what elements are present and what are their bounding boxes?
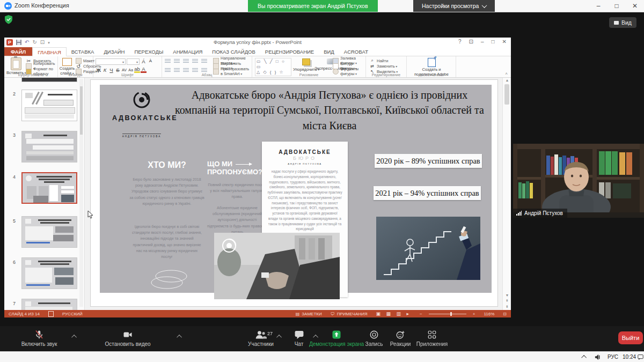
slide-thumbnail[interactable] (21, 299, 77, 310)
taskbar-clock[interactable]: 10:24 (623, 352, 636, 362)
fit-to-window-icon[interactable]: ⊡ (499, 310, 511, 317)
comments-toggle[interactable]: 🗩ПРИМЕЧАНИЯ (326, 310, 372, 317)
tab-insert[interactable]: ВСТАВКА (67, 47, 99, 56)
bullets-icon[interactable] (165, 59, 171, 63)
tab-review[interactable]: РЕЦЕНЗИРОВАНИЕ (260, 47, 319, 56)
taskbar-language[interactable]: РУС (608, 352, 618, 362)
maximize-button[interactable]: □ (608, 0, 626, 12)
stop-video-button[interactable]: Остановить видео (96, 330, 160, 347)
zoom-out-button[interactable]: − (415, 310, 427, 317)
thumbnail-number: 2 (13, 91, 16, 97)
viewing-screen-banner-text: Вы просматриваете экран Андрій Пєтухов (258, 3, 368, 9)
security-shield-icon[interactable] (5, 15, 12, 24)
card-logo-buro: БЮРО (262, 156, 348, 161)
ppt-minimize-button[interactable]: – (481, 39, 484, 45)
next-slide-icon[interactable]: ⇟ (503, 305, 511, 309)
font-size-select[interactable]: ▾ (127, 58, 140, 65)
zoom-slider-knob[interactable] (450, 312, 452, 316)
video-options-chevron[interactable] (177, 335, 182, 340)
ribbon-display-button[interactable]: ⊡ (469, 39, 473, 45)
help-button[interactable]: ? (458, 39, 462, 45)
slide-scrollbar[interactable]: ▲ ▼ ⇞ ⇟ (502, 78, 511, 310)
reactions-button[interactable]: Реакции (386, 330, 414, 347)
align-center-icon[interactable] (174, 68, 180, 72)
slide-thumbnail[interactable] (21, 131, 77, 162)
ppt-restore-button[interactable]: □ (492, 39, 495, 45)
strikethrough-button[interactable]: S (115, 67, 121, 73)
record-button[interactable]: Запись (361, 330, 387, 347)
align-left-icon[interactable] (165, 68, 171, 72)
char-spacing-button[interactable]: AV (121, 68, 127, 72)
line-spacing-icon[interactable] (201, 59, 207, 63)
find-icon: ⌕ (369, 58, 375, 63)
slide-title: Адвокатське бюро «Андрія Пєтухова» є одн… (171, 87, 488, 133)
participant-video-tile[interactable]: Андрій Пєтухов (513, 144, 644, 218)
italic-button[interactable]: К (102, 67, 108, 73)
zoom-toolbar: Включить звук Остановить видео Участники… (0, 326, 644, 351)
decrease-indent-icon[interactable] (183, 59, 189, 63)
ribbon: Вставить ✂Вырезать Копировать Формат по … (4, 56, 511, 78)
volume-icon[interactable] (595, 352, 601, 362)
font-name-select[interactable]: ▾ (96, 58, 126, 65)
tab-transitions[interactable]: ПЕРЕХОДЫ (129, 47, 168, 56)
tab-file[interactable]: ФАЙЛ (4, 47, 32, 56)
columns-icon[interactable] (201, 68, 207, 72)
unmute-button[interactable]: Включить звук (10, 330, 69, 347)
leave-button[interactable]: Выйти (618, 331, 643, 344)
tab-animations[interactable]: АНИМАЦИЯ (168, 47, 207, 56)
numbering-icon[interactable] (174, 59, 180, 63)
shrink-font-icon[interactable]: А̀ (148, 58, 153, 65)
underline-button[interactable]: Ч (108, 67, 114, 73)
slide-thumbnail[interactable] (21, 90, 77, 121)
participants-icon (255, 330, 267, 339)
handshake-photo (214, 233, 340, 299)
mouse-cursor (87, 210, 93, 219)
spellcheck-icon[interactable] (44, 310, 58, 317)
change-case-button[interactable]: Aa (128, 68, 134, 72)
slide-thumbnail-selected[interactable] (21, 172, 77, 204)
justify-icon[interactable] (192, 68, 198, 72)
slide-thumbnail[interactable] (21, 216, 77, 248)
view-button[interactable]: Вид (609, 17, 636, 28)
zoom-slider[interactable] (429, 314, 466, 314)
tab-design[interactable]: ДИЗАЙН (99, 47, 129, 56)
language-status[interactable]: РУССКИЙ (58, 310, 87, 317)
view-options-dropdown[interactable]: Настройки просмотра (413, 0, 495, 12)
tab-home[interactable]: ГЛАВНАЯ (32, 47, 67, 56)
scroll-down-icon[interactable]: ▼ (503, 293, 511, 297)
find-button[interactable]: ⌕Найти (369, 58, 398, 63)
show-hidden-icons[interactable] (583, 352, 587, 362)
tab-acrobat[interactable]: ACROBAT (339, 47, 373, 56)
zoom-level[interactable]: 116% (479, 310, 499, 317)
bold-button[interactable]: Ж (96, 67, 101, 73)
increase-indent-icon[interactable] (192, 59, 198, 63)
participants-count-badge: 27 (267, 331, 273, 336)
mic-options-chevron[interactable] (71, 335, 77, 340)
minimize-button[interactable]: – (589, 0, 608, 12)
camera-icon (122, 330, 133, 339)
notes-toggle[interactable]: ▤ЗАМЕТКИ (291, 310, 326, 317)
previous-slide-icon[interactable]: ⇞ (503, 299, 511, 303)
align-right-icon[interactable] (183, 68, 189, 72)
slide-thumbnail-panel: 2 3 4 (4, 78, 85, 310)
slide-thumbnail[interactable] (21, 78, 77, 82)
scrollbar-thumb[interactable] (504, 84, 509, 105)
view-options-label: Настройки просмотра (422, 3, 479, 9)
replace-button[interactable]: ⇄Заменить (369, 63, 398, 69)
close-button[interactable]: ✕ (626, 0, 644, 12)
tab-slideshow[interactable]: ПОКАЗ СЛАЙДОВ (207, 47, 260, 56)
view-button-label: Вид (621, 19, 632, 26)
ppt-close-button[interactable]: ✕ (502, 39, 507, 45)
collapse-ribbon-icon[interactable]: ˄ (505, 71, 508, 76)
font-color-button[interactable]: А (141, 67, 147, 73)
grow-font-icon[interactable]: А́ (141, 58, 147, 65)
notification-center-icon[interactable] (638, 352, 643, 362)
apps-button[interactable]: Приложения (414, 330, 450, 347)
scroll-up-icon[interactable]: ▲ (503, 78, 511, 82)
tab-view[interactable]: ВИД (319, 47, 339, 56)
slide-thumbnail[interactable] (21, 257, 77, 289)
view-buttons[interactable]: ▣ ▦ ▥ ▸ (372, 310, 416, 317)
zoom-in-button[interactable]: + (469, 310, 480, 317)
highlight-color-button[interactable]: ab (134, 67, 140, 73)
thumbnail-scrollbar[interactable] (79, 79, 83, 307)
